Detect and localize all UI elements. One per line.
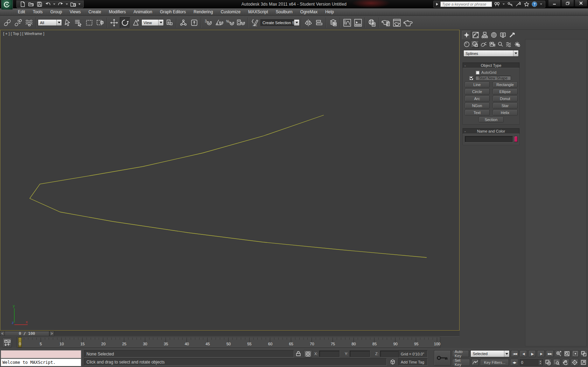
schematic-view-icon[interactable] xyxy=(353,17,363,28)
percent-snap-toggle-icon[interactable]: % xyxy=(225,17,235,28)
menu-rendering[interactable]: Rendering xyxy=(190,8,217,15)
add-time-tag[interactable]: Add Time Tag xyxy=(398,358,428,366)
collapse-icon[interactable]: - xyxy=(464,63,466,68)
menu-maxscript[interactable]: MAXScript xyxy=(244,8,272,15)
time-configuration-icon[interactable] xyxy=(544,359,552,366)
tab-display[interactable] xyxy=(498,31,507,39)
set-keys-button[interactable] xyxy=(434,350,451,366)
selection-set-combo[interactable]: Selected xyxy=(470,350,510,357)
pan-hand-icon[interactable] xyxy=(562,359,569,366)
search-input[interactable] xyxy=(440,1,492,7)
name-color-rollout-header[interactable]: - Name and Color xyxy=(463,128,519,134)
category-helpers-icon[interactable] xyxy=(496,41,504,48)
key-mode-toggle-button[interactable]: ◀▶ xyxy=(510,359,518,366)
object-color-swatch[interactable] xyxy=(514,136,518,142)
go-to-end-button[interactable]: ▶▶| xyxy=(546,350,553,357)
menu-views[interactable]: Views xyxy=(66,8,85,15)
timeline-ruler[interactable]: 0510152025303540455055606570758085909510… xyxy=(17,337,440,348)
spline-object[interactable] xyxy=(30,115,427,257)
play-button[interactable]: ▶ xyxy=(528,350,536,357)
shape-button-text[interactable]: Text xyxy=(465,110,490,115)
undo-dropdown-icon[interactable] xyxy=(53,3,55,5)
material-editor-icon[interactable] xyxy=(367,17,377,28)
angle-snap-toggle-icon[interactable] xyxy=(214,17,224,28)
shape-button-arc[interactable]: Arc xyxy=(465,96,490,101)
tab-utilities[interactable] xyxy=(507,31,517,39)
edit-named-selection-sets-icon[interactable]: ABC xyxy=(250,17,260,28)
align-icon[interactable] xyxy=(314,17,324,28)
tab-create[interactable] xyxy=(462,31,471,39)
zoom-all-icon[interactable] xyxy=(564,350,570,357)
close-button[interactable] xyxy=(575,0,587,7)
menu-modifiers[interactable]: Modifiers xyxy=(105,8,130,15)
trackbar-range[interactable]: 0 / 100 xyxy=(5,331,49,336)
menu-ogremax[interactable]: OgreMax xyxy=(296,8,321,15)
keyboard-shortcut-override-icon[interactable] xyxy=(189,17,200,28)
project-folder-icon[interactable] xyxy=(69,1,77,7)
previous-frame-button[interactable]: ◀| xyxy=(520,350,527,357)
set-key-button[interactable]: Set Key xyxy=(452,359,470,366)
tab-hierarchy[interactable] xyxy=(480,31,489,39)
reference-coordinate-combo[interactable]: View xyxy=(141,19,164,26)
select-and-scale-icon[interactable] xyxy=(131,17,141,28)
start-new-shape-checkbox[interactable] xyxy=(469,76,473,80)
window-crossing-toggle-icon[interactable] xyxy=(95,17,105,28)
selection-lock-toggle-icon[interactable] xyxy=(296,351,302,357)
auto-key-button[interactable]: Auto Key xyxy=(452,350,469,357)
menu-create[interactable]: Create xyxy=(85,8,105,15)
snaps-toggle-icon[interactable]: 3 xyxy=(203,17,214,28)
use-pivot-point-center-icon[interactable] xyxy=(164,17,175,28)
shape-button-line[interactable]: Line xyxy=(465,82,490,87)
object-type-rollout-header[interactable]: - Object Type xyxy=(463,63,519,68)
shape-button-section[interactable]: Section xyxy=(479,117,504,122)
shape-button-circle[interactable]: Circle xyxy=(465,89,490,94)
shape-button-donut[interactable]: Donut xyxy=(493,96,518,101)
category-shapes-icon[interactable] xyxy=(471,41,479,48)
menu-customize[interactable]: Customize xyxy=(217,8,244,15)
x-coord-field[interactable] xyxy=(319,351,340,357)
frame-spinner[interactable]: ▲▼ xyxy=(539,360,542,365)
redo-icon[interactable] xyxy=(57,1,64,7)
trackbar-prev-button[interactable]: < xyxy=(0,331,5,336)
trackbar-next-button[interactable]: > xyxy=(49,331,54,336)
named-selection-set-combo[interactable]: Create Selection Se xyxy=(260,19,300,26)
menu-edit[interactable]: Edit xyxy=(14,8,29,15)
infocenter-collapse-icon[interactable] xyxy=(436,2,439,6)
time-tag-cube-icon[interactable] xyxy=(389,359,397,366)
zoom-extents-icon[interactable] xyxy=(572,350,579,357)
manage-layers-icon[interactable] xyxy=(328,17,338,28)
rendered-frame-window-icon[interactable] xyxy=(392,17,402,28)
next-frame-button[interactable]: |▶ xyxy=(537,350,545,357)
minimize-button[interactable] xyxy=(548,0,561,7)
menu-graph-editors[interactable]: Graph Editors xyxy=(156,8,190,15)
maxscript-listener-field[interactable]: Welcome to MAXScript. xyxy=(1,359,81,366)
shape-button-ngon[interactable]: NGon xyxy=(465,103,490,108)
current-frame-field[interactable]: 0 ▲▼ xyxy=(520,359,543,366)
tab-motion[interactable] xyxy=(489,31,498,39)
select-and-move-icon[interactable] xyxy=(109,17,119,28)
category-geometry-icon[interactable] xyxy=(463,41,471,48)
shape-button-rectangle[interactable]: Rectangle xyxy=(493,82,518,87)
menu-soulburn[interactable]: Soulburn xyxy=(272,8,296,15)
menu-group[interactable]: Group xyxy=(47,8,66,15)
shape-button-ellipse[interactable]: Ellipse xyxy=(493,89,518,94)
subscription-key-icon[interactable] xyxy=(507,1,513,7)
category-systems-icon[interactable] xyxy=(513,41,521,48)
communication-center-icon[interactable] xyxy=(515,1,522,7)
rectangular-selection-region-icon[interactable] xyxy=(84,17,94,28)
category-lights-icon[interactable] xyxy=(479,41,488,48)
object-name-input[interactable] xyxy=(465,136,513,142)
render-setup-icon[interactable] xyxy=(381,17,391,28)
spinner-snap-toggle-icon[interactable] xyxy=(236,17,246,28)
collapse-icon[interactable]: - xyxy=(464,129,466,134)
new-key-filter-curve-icon[interactable] xyxy=(471,359,479,366)
viewport-top[interactable]: [ + ] [ Top ] [ Wireframe ] y x z xyxy=(0,30,460,331)
y-coord-field[interactable] xyxy=(350,351,370,357)
zoom-icon[interactable] xyxy=(555,350,562,357)
key-filters-button[interactable]: Key Filters... xyxy=(480,359,509,366)
orbit-icon[interactable] xyxy=(571,359,578,366)
menu-tools[interactable]: Tools xyxy=(29,8,47,15)
open-file-icon[interactable] xyxy=(27,1,35,7)
maximize-button[interactable] xyxy=(561,0,574,7)
zoom-extents-all-icon[interactable] xyxy=(580,350,587,357)
